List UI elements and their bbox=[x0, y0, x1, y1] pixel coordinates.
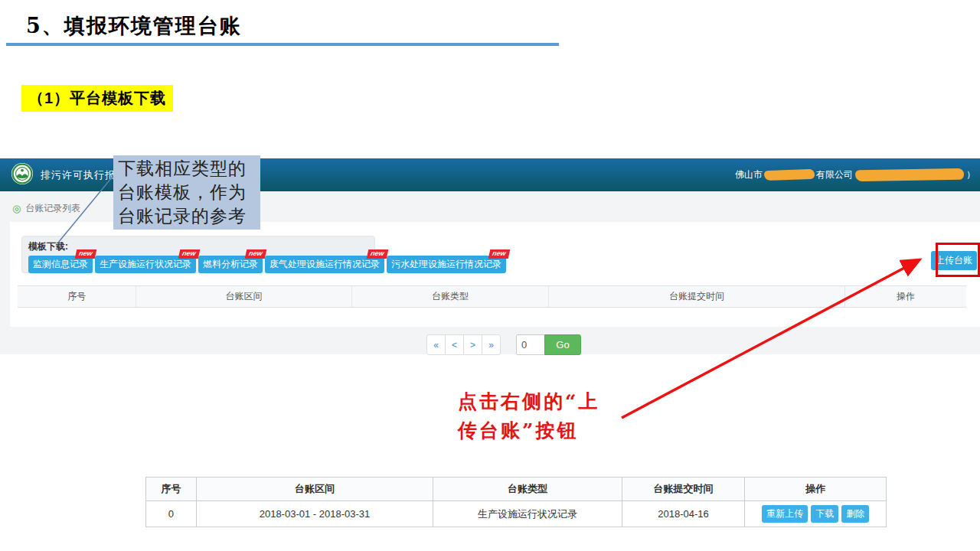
slide: 5、填报环境管理台账 （1）平台模板下载 排污许可执行报告 佛山市 有限公司 bbox=[0, 0, 980, 551]
new-badge: new bbox=[245, 249, 266, 259]
red-annotation-line: 点击右侧的“上 bbox=[458, 387, 599, 416]
content-card: 模板下载: 监测信息记录 new 生产设施运行状况记录 new 燃料分析记录 n… bbox=[10, 222, 980, 327]
cell-period: 2018-03-01 - 2018-03-31 bbox=[196, 501, 433, 527]
callout-line: 下载相应类型的 bbox=[118, 157, 260, 181]
breadcrumb: ◎ 台账记录列表 bbox=[12, 202, 80, 215]
new-badge: new bbox=[488, 249, 510, 259]
template-button-production[interactable]: 生产设施运行状况记录 new bbox=[95, 256, 196, 273]
breadcrumb-label: 台账记录列表 bbox=[25, 202, 80, 215]
template-download-panel: 模板下载: 监测信息记录 new 生产设施运行状况记录 new 燃料分析记录 n… bbox=[21, 236, 375, 273]
col-header-no: 序号 bbox=[146, 478, 197, 501]
company-suffix: ） bbox=[966, 168, 975, 181]
callout-line: 台账模板，作为 bbox=[118, 181, 260, 204]
col-header-no: 序号 bbox=[18, 286, 136, 308]
company-name: 佛山市 有限公司 ） bbox=[735, 158, 975, 191]
col-header-submit-time: 台账提交时间 bbox=[549, 286, 845, 308]
cell-submit-time: 2018-04-16 bbox=[622, 501, 745, 527]
download-button[interactable]: 下载 bbox=[811, 505, 838, 523]
result-header-row: 序号 台账区间 台账类型 台账提交时间 操作 bbox=[146, 478, 887, 501]
redaction-blob bbox=[764, 169, 815, 181]
callout-line: 台账记录的参考 bbox=[118, 204, 260, 228]
col-header-period: 台账区间 bbox=[196, 478, 433, 501]
cell-actions: 重新上传 下载 删除 bbox=[745, 501, 887, 527]
company-prefix: 佛山市 bbox=[735, 168, 763, 181]
col-header-actions: 操作 bbox=[745, 478, 887, 501]
pagination-first-button[interactable]: « bbox=[426, 334, 446, 355]
new-badge: new bbox=[75, 249, 96, 259]
table-header-row: 序号 台账区间 台账类型 台账提交时间 操作 bbox=[18, 286, 966, 308]
col-header-type: 台账类型 bbox=[433, 478, 622, 501]
section-label: （1）平台模板下载 bbox=[21, 85, 173, 112]
redaction-blob bbox=[855, 168, 964, 181]
pagination-last-button[interactable]: » bbox=[482, 334, 501, 355]
page-title: 5、填报环境管理台账 bbox=[26, 12, 242, 40]
template-button-row: 监测信息记录 new 生产设施运行状况记录 new 燃料分析记录 new 废气处… bbox=[28, 256, 368, 273]
result-table: 序号 台账区间 台账类型 台账提交时间 操作 0 2018-03-01 - 20… bbox=[145, 477, 887, 527]
cell-type: 生产设施运行状况记录 bbox=[433, 501, 622, 527]
reupload-button[interactable]: 重新上传 bbox=[762, 505, 808, 523]
col-header-type: 台账类型 bbox=[351, 286, 549, 308]
location-circle-icon: ◎ bbox=[12, 204, 21, 214]
template-button-exhaust[interactable]: 废气处理设施运行情况记录 new bbox=[265, 256, 384, 273]
new-badge: new bbox=[367, 249, 388, 259]
delete-button[interactable]: 删除 bbox=[841, 505, 869, 523]
col-header-period: 台账区间 bbox=[136, 286, 351, 308]
title-underline bbox=[6, 43, 559, 46]
red-annotation-line: 传台账”按钮 bbox=[458, 416, 599, 445]
go-button[interactable]: Go bbox=[544, 334, 581, 355]
cell-no: 0 bbox=[146, 501, 197, 527]
pagination: « < > » Go bbox=[426, 334, 581, 355]
template-button-wastewater[interactable]: 污水处理设施运行情况记录 new bbox=[387, 256, 506, 273]
ledger-table: 序号 台账区间 台账类型 台账提交时间 操作 bbox=[18, 285, 966, 308]
page-number-input[interactable] bbox=[516, 334, 545, 355]
company-middle: 有限公司 bbox=[816, 168, 853, 181]
red-annotation-text: 点击右侧的“上 传台账”按钮 bbox=[458, 387, 599, 445]
new-badge: new bbox=[178, 249, 200, 259]
template-button-fuel[interactable]: 燃料分析记录 new bbox=[198, 256, 263, 273]
app-logo-icon bbox=[11, 162, 34, 188]
red-highlight-box bbox=[936, 243, 980, 277]
pagination-next-button[interactable]: > bbox=[463, 334, 482, 355]
table-row: 0 2018-03-01 - 2018-03-31 生产设施运行状况记录 201… bbox=[146, 501, 887, 527]
col-header-submit-time: 台账提交时间 bbox=[622, 478, 745, 501]
callout-box: 下载相应类型的 台账模板，作为 台账记录的参考 bbox=[113, 155, 260, 230]
pagination-prev-button[interactable]: < bbox=[445, 334, 464, 355]
col-header-actions: 操作 bbox=[844, 286, 966, 308]
template-button-monitoring[interactable]: 监测信息记录 new bbox=[28, 256, 93, 273]
